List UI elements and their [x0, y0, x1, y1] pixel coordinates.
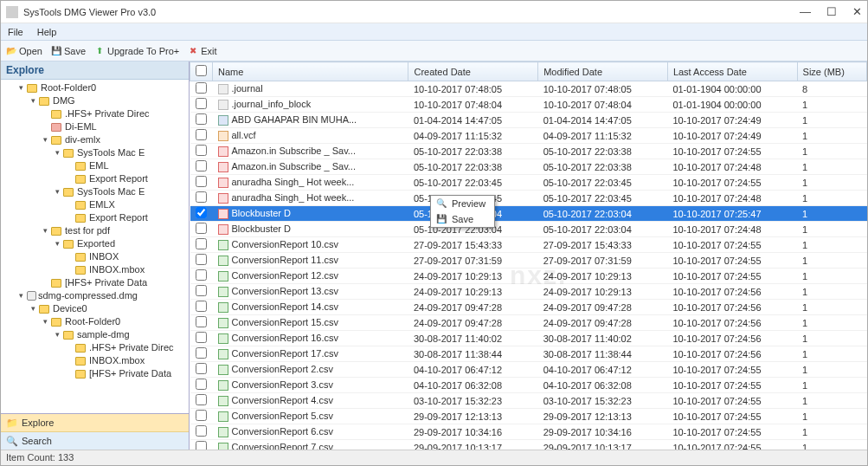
row-checkbox[interactable] — [196, 441, 207, 450]
column-header[interactable]: Last Access Date — [667, 62, 797, 81]
toggle-icon[interactable]: ▾ — [53, 328, 61, 341]
row-checkbox[interactable] — [196, 285, 207, 296]
table-row[interactable]: ConversionReport 11.csv27-09-2017 07:31:… — [190, 253, 867, 269]
tree-node[interactable]: INBOX.mbox — [65, 354, 187, 367]
toggle-icon[interactable]: ▾ — [29, 94, 37, 107]
exit-button[interactable]: ✖Exit — [188, 46, 216, 56]
tree-node[interactable]: ▾sample-dmg — [53, 328, 187, 341]
tree-node[interactable]: ▾Exported — [53, 237, 187, 250]
row-checkbox[interactable] — [196, 301, 207, 312]
toggle-icon[interactable]: ▾ — [53, 185, 61, 198]
tree-node[interactable]: ▾sdmg-compressed.dmg — [16, 289, 187, 302]
column-header[interactable]: Size (MB) — [797, 62, 866, 81]
table-row[interactable]: ConversionReport 2.csv04-10-2017 06:47:1… — [190, 362, 867, 378]
tree-node[interactable]: EML — [65, 159, 187, 172]
row-checkbox[interactable] — [196, 223, 207, 234]
tree-node[interactable]: .HFS+ Private Direc — [65, 341, 187, 354]
row-checkbox[interactable] — [196, 379, 207, 390]
tree-node[interactable]: ▾Root-Folder0 — [41, 315, 187, 328]
table-row[interactable]: anuradha Singh_ Hot week...05-10-2017 22… — [190, 175, 867, 191]
table-row[interactable]: ConversionReport 7.csv29-09-2017 10:13:1… — [190, 440, 867, 450]
tree-node[interactable]: [HFS+ Private Data — [65, 367, 187, 380]
maximize-button[interactable]: ☐ — [826, 5, 837, 18]
row-checkbox[interactable] — [196, 347, 207, 359]
toggle-icon[interactable]: ▾ — [53, 237, 61, 250]
table-row[interactable]: anuradha Singh_ Hot week...05-10-2017 22… — [190, 191, 867, 206]
toggle-icon[interactable]: ▾ — [41, 224, 49, 237]
tree-node[interactable]: ▾Root-Folder0 — [16, 81, 187, 94]
row-checkbox[interactable] — [196, 410, 207, 421]
context-save[interactable]: 💾Save — [431, 211, 494, 227]
table-row[interactable]: Blockbuster D05-10-2017 22:03:0405-10-20… — [190, 222, 867, 237]
row-checkbox[interactable] — [196, 394, 207, 405]
upgrade-button[interactable]: ⬆Upgrade To Pro+ — [94, 46, 179, 56]
row-checkbox[interactable] — [196, 269, 207, 281]
table-row[interactable]: all.vcf04-09-2017 11:15:3204-09-2017 11:… — [190, 128, 867, 144]
table-row[interactable]: ConversionReport 6.csv29-09-2017 10:34:1… — [190, 424, 867, 440]
row-checkbox[interactable] — [196, 191, 207, 203]
menu-help[interactable]: Help — [37, 27, 57, 37]
toggle-icon[interactable]: ▾ — [16, 289, 25, 302]
tree-node[interactable]: ▾div-emlx — [41, 133, 187, 146]
tree-node[interactable]: ▾test for pdf — [41, 224, 187, 237]
row-checkbox[interactable] — [196, 207, 207, 218]
table-row[interactable]: ConversionReport 10.csv27-09-2017 15:43:… — [190, 237, 867, 253]
row-checkbox[interactable] — [196, 332, 207, 343]
tree-node[interactable]: .HFS+ Private Direc — [41, 107, 187, 120]
save-button[interactable]: 💾Save — [51, 46, 86, 56]
toggle-icon[interactable]: ▾ — [41, 315, 49, 328]
table-row[interactable]: ABD GAHAPAR BIN MUHA...01-04-2014 14:47:… — [190, 113, 867, 128]
row-checkbox[interactable] — [196, 160, 207, 172]
row-checkbox[interactable] — [196, 254, 207, 265]
context-preview[interactable]: 🔍Preview — [431, 196, 494, 211]
folder-tree[interactable]: ▾Root-Folder0▾DMG.HFS+ Private DirecDi-E… — [1, 80, 189, 413]
minimize-button[interactable]: — — [800, 5, 811, 18]
tree-node[interactable]: [HFS+ Private Data — [41, 276, 187, 289]
toggle-icon[interactable]: ▾ — [41, 133, 49, 146]
table-row[interactable]: ConversionReport 13.csv24-09-2017 10:29:… — [190, 284, 867, 300]
tree-node[interactable]: ▾SysTools Mac E — [53, 185, 187, 198]
toggle-icon[interactable]: ▾ — [29, 302, 37, 315]
tree-node[interactable]: ▾SysTools Mac E — [53, 146, 187, 159]
table-row[interactable]: ConversionReport 15.csv24-09-2017 09:47:… — [190, 315, 867, 331]
table-row[interactable]: ConversionReport 4.csv03-10-2017 15:32:2… — [190, 393, 867, 409]
table-row[interactable]: ConversionReport 16.csv30-08-2017 11:40:… — [190, 331, 867, 346]
row-checkbox[interactable] — [196, 363, 207, 374]
table-row[interactable]: ConversionReport 17.csv30-08-2017 11:38:… — [190, 346, 867, 362]
tree-node[interactable]: ▾DMG — [29, 94, 187, 107]
menu-file[interactable]: File — [8, 27, 23, 37]
table-row[interactable]: .journal10-10-2017 07:48:0510-10-2017 07… — [190, 81, 867, 97]
tree-node[interactable]: ▾Device0 — [29, 302, 187, 315]
row-checkbox[interactable] — [196, 145, 207, 156]
row-checkbox[interactable] — [196, 129, 207, 140]
column-header[interactable]: Modified Date — [538, 62, 668, 81]
tree-node[interactable]: Export Report — [65, 172, 187, 185]
table-row[interactable]: ConversionReport 5.csv29-09-2017 12:13:1… — [190, 409, 867, 424]
toggle-icon[interactable]: ▾ — [53, 146, 61, 159]
toggle-icon[interactable]: ▾ — [16, 81, 25, 94]
table-row[interactable]: ConversionReport 14.csv24-09-2017 09:47:… — [190, 300, 867, 315]
table-row[interactable]: Amazon.in Subscribe _ Sav...05-10-2017 2… — [190, 159, 867, 175]
tree-node[interactable]: INBOX.mbox — [65, 263, 187, 276]
tree-node[interactable]: Export Report — [65, 211, 187, 224]
column-header[interactable]: Created Date — [408, 62, 538, 81]
select-all-checkbox[interactable] — [196, 65, 207, 76]
row-checkbox[interactable] — [196, 238, 207, 249]
row-checkbox[interactable] — [196, 425, 207, 437]
row-checkbox[interactable] — [196, 176, 207, 187]
tab-search[interactable]: 🔍Search — [1, 432, 189, 450]
row-checkbox[interactable] — [196, 316, 207, 327]
table-row[interactable]: Amazon.in Subscribe _ Sav...05-10-2017 2… — [190, 144, 867, 159]
table-row[interactable]: .journal_info_block10-10-2017 07:48:0410… — [190, 97, 867, 113]
row-checkbox[interactable] — [196, 82, 207, 94]
close-button[interactable]: ✕ — [852, 5, 862, 18]
tree-node[interactable]: EMLX — [65, 198, 187, 211]
table-row[interactable]: ConversionReport 3.csv04-10-2017 06:32:0… — [190, 378, 867, 393]
table-row[interactable]: Blockbuster D05-10-2017 22:03:0405-10-20… — [190, 206, 867, 222]
open-button[interactable]: 📂Open — [6, 46, 42, 56]
column-header[interactable]: Name — [213, 62, 408, 81]
table-row[interactable]: ConversionReport 12.csv24-09-2017 10:29:… — [190, 269, 867, 284]
row-checkbox[interactable] — [196, 113, 207, 125]
tree-node[interactable]: Di-EML — [41, 120, 187, 133]
tab-explore[interactable]: 📁Explore — [1, 414, 189, 432]
